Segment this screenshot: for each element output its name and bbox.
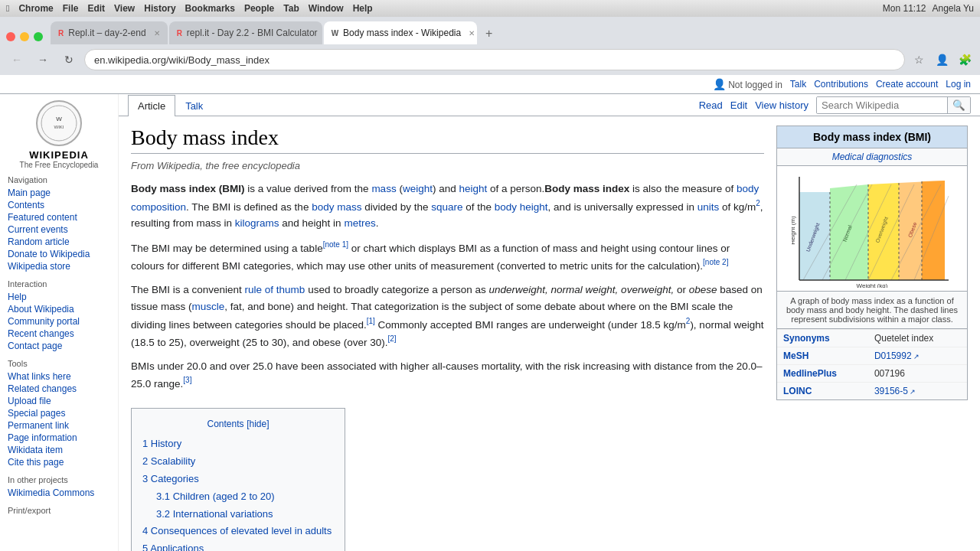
sidebar-item-contact[interactable]: Contact page	[8, 341, 110, 351]
sidebar-item-permanent-link[interactable]: Permanent link	[8, 420, 110, 431]
tab-1[interactable]: R Repl.it – day-2-end ✕	[51, 21, 168, 44]
sidebar-item-store[interactable]: Wikipedia store	[8, 261, 110, 272]
mass-link[interactable]: mass	[371, 183, 396, 194]
infobox-title: Body mass index (BMI)	[777, 126, 967, 148]
address-bar-row: ← → ↻ en.wikipedia.org/wiki/Body_mass_in…	[0, 44, 980, 75]
height-link[interactable]: height	[459, 183, 487, 194]
search-box[interactable]: 🔍	[816, 96, 971, 114]
browser-chrome: R Repl.it – day-2-end ✕ R repl.it - Day …	[0, 17, 980, 75]
tab-1-close[interactable]: ✕	[154, 29, 160, 37]
new-tab-button[interactable]: +	[479, 23, 500, 44]
infobox-subtitle[interactable]: Medical diagnostics	[777, 148, 967, 166]
tab-2-label: repl.it - Day 2.2 - BMI Calculator	[187, 28, 318, 38]
square-link[interactable]: square	[431, 201, 462, 212]
bookmarks-menu[interactable]: Bookmarks	[185, 3, 235, 14]
contents-link-consequences[interactable]: 4 Consequences of elevated level in adul…	[142, 525, 332, 536]
edit-menu[interactable]: Edit	[87, 3, 105, 14]
window-menu[interactable]: Window	[309, 3, 344, 14]
contents-link-intl[interactable]: 3.2 International variations	[156, 508, 273, 520]
read-link[interactable]: Read	[699, 99, 723, 111]
wiki-main: W WIKI WIKIPEDIA The Free Encyclopedia N…	[0, 94, 980, 551]
contents-link-categories[interactable]: 3 Categories	[142, 473, 199, 484]
profile-icon[interactable]: 👤	[933, 51, 951, 69]
mesh-link[interactable]: D015992	[874, 350, 920, 361]
sidebar-print-section: Print/export	[8, 506, 110, 515]
tab-3[interactable]: W Body mass index - Wikipedia ✕	[324, 21, 477, 44]
search-button[interactable]: 🔍	[947, 97, 970, 113]
talk-link[interactable]: Talk	[790, 79, 806, 90]
create-account-link[interactable]: Create account	[876, 79, 938, 90]
file-menu[interactable]: File	[63, 3, 79, 14]
svg-text:Weight (kg): Weight (kg)	[857, 282, 888, 288]
sidebar-item-related-changes[interactable]: Related changes	[8, 383, 110, 394]
history-menu[interactable]: History	[144, 3, 175, 14]
weight-link[interactable]: weight	[403, 183, 433, 194]
sidebar-item-links-here[interactable]: What links here	[8, 371, 110, 382]
contents-link-children[interactable]: 3.1 Children (aged 2 to 20)	[156, 491, 275, 502]
muscle-link[interactable]: muscle	[192, 301, 225, 312]
people-menu[interactable]: People	[244, 3, 274, 14]
wiki-page: 👤 Not logged in Talk Contributions Creat…	[0, 75, 980, 551]
contents-header: Contents [hide]	[142, 416, 334, 432]
sidebar-item-random[interactable]: Random article	[8, 236, 110, 247]
tab-article[interactable]: Article	[128, 95, 175, 116]
loinc-link[interactable]: 39156-5	[874, 386, 916, 396]
table-row: LOINC 39156-5	[777, 383, 967, 400]
tab-2[interactable]: R repl.it - Day 2.2 - BMI Calculator ✕	[169, 21, 322, 44]
tab-bar: R Repl.it – day-2-end ✕ R repl.it - Day …	[0, 17, 980, 44]
infobox-label-mesh: MeSH	[777, 347, 868, 365]
contents-link-applications[interactable]: 5 Applications	[142, 543, 204, 551]
sidebar-item-cite[interactable]: Cite this page	[8, 457, 110, 468]
extensions-icon[interactable]: 🧩	[956, 51, 974, 69]
history-link[interactable]: View history	[755, 99, 808, 111]
log-in-link[interactable]: Log in	[946, 79, 971, 90]
list-item: 4 Consequences of elevated level in adul…	[142, 523, 334, 540]
units-link[interactable]: units	[697, 201, 720, 212]
sidebar-item-special-pages[interactable]: Special pages	[8, 408, 110, 419]
sidebar-item-current-events[interactable]: Current events	[8, 224, 110, 235]
minimize-window-btn[interactable]	[20, 32, 29, 41]
close-window-btn[interactable]	[6, 32, 15, 41]
sidebar-item-community[interactable]: Community portal	[8, 316, 110, 327]
body-mass-link[interactable]: body mass	[312, 201, 361, 212]
contributions-link[interactable]: Contributions	[814, 79, 868, 90]
sidebar-item-about[interactable]: About Wikipedia	[8, 304, 110, 315]
sidebar-item-commons[interactable]: Wikimedia Commons	[8, 487, 110, 498]
edit-link[interactable]: Edit	[730, 99, 747, 111]
sidebar-item-upload[interactable]: Upload file	[8, 396, 110, 406]
address-bar[interactable]: en.wikipedia.org/wiki/Body_mass_index	[84, 49, 905, 70]
search-input[interactable]	[817, 97, 947, 113]
rule-of-thumb-link[interactable]: rule of thumb	[245, 284, 305, 295]
back-button[interactable]: ←	[6, 49, 28, 70]
help-menu[interactable]: Help	[353, 3, 373, 14]
sidebar-item-main-page[interactable]: Main page	[8, 187, 110, 198]
bookmark-icon[interactable]: ☆	[910, 51, 928, 69]
reload-button[interactable]: ↻	[58, 49, 80, 70]
article-title: Body mass index	[131, 126, 764, 154]
sidebar-item-help[interactable]: Help	[8, 292, 110, 302]
sidebar-item-recent-changes[interactable]: Recent changes	[8, 328, 110, 339]
sidebar-item-wikidata[interactable]: Wikidata item	[8, 445, 110, 455]
svg-text:W: W	[56, 116, 62, 122]
contents-link-scalability[interactable]: 2 Scalability	[142, 455, 195, 467]
contents-link-history[interactable]: 1 History	[142, 438, 181, 449]
kilograms-link[interactable]: kilograms	[235, 217, 279, 229]
sidebar-other-section: In other projects Wikimedia Commons	[8, 475, 110, 498]
list-item: 3 Categories	[142, 471, 334, 487]
apple-menu[interactable]: 	[6, 3, 9, 14]
tab-3-close[interactable]: ✕	[469, 29, 475, 37]
sidebar-item-page-info[interactable]: Page information	[8, 432, 110, 443]
body-height-link[interactable]: body height	[495, 201, 548, 212]
sidebar-item-contents[interactable]: Contents	[8, 200, 110, 210]
forward-button[interactable]: →	[32, 49, 54, 70]
tab-menu[interactable]: Tab	[283, 3, 299, 14]
app-name[interactable]: Chrome	[18, 3, 53, 14]
sidebar-item-donate[interactable]: Donate to Wikipedia	[8, 249, 110, 259]
contents-hide-btn[interactable]: [hide]	[247, 419, 269, 429]
view-menu[interactable]: View	[114, 3, 135, 14]
sidebar-item-featured[interactable]: Featured content	[8, 212, 110, 223]
tab-talk[interactable]: Talk	[175, 95, 213, 116]
metres-link[interactable]: metres	[344, 217, 375, 229]
wiki-logo-image: W WIKI	[36, 100, 82, 146]
fullscreen-window-btn[interactable]	[34, 32, 43, 41]
